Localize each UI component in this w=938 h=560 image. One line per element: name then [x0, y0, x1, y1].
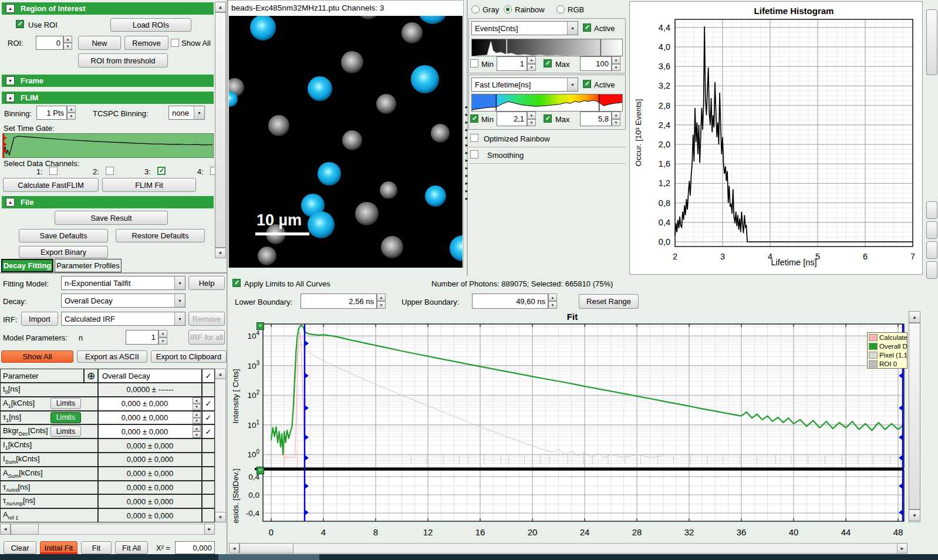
events-max-spinner[interactable]: ▲▼	[612, 56, 620, 71]
limits-button[interactable]: Limits	[50, 398, 81, 409]
irf-remove-button[interactable]: Remove	[188, 312, 225, 326]
param-value-field[interactable]: 0,000 ± 0,000	[98, 424, 202, 438]
collapse-down-icon[interactable]: ▼	[6, 76, 15, 85]
upper-boundary-field[interactable]: 49,60 ns	[472, 294, 548, 309]
param-spinner[interactable]: ▲▼	[193, 411, 201, 424]
section-header-roi[interactable]: ▲ Region of Interest	[2, 2, 214, 15]
lifetime-min-spinner[interactable]: ▲▼	[527, 112, 536, 126]
side-toolbar-button[interactable]	[926, 261, 937, 279]
events-histogram-bar[interactable]	[471, 39, 623, 56]
events-max-checkbox[interactable]	[544, 59, 552, 68]
use-roi-checkbox[interactable]	[16, 20, 24, 28]
column-check-icon[interactable]: ✓	[202, 369, 215, 383]
irf-dropdown[interactable]: Calculated IRF ▼	[61, 312, 185, 326]
side-toolbar-button[interactable]	[926, 221, 937, 239]
tab-decay-fitting[interactable]: Decay Fitting	[1, 259, 53, 272]
panel-expand-icon[interactable]: ▸	[463, 141, 470, 149]
lifetime-active-checkbox[interactable]	[583, 80, 591, 88]
lifetime-min-field[interactable]: 2,1	[497, 112, 527, 126]
section-header-file[interactable]: ▲ File	[2, 196, 214, 208]
dropdown-arrow-icon[interactable]: ▼	[174, 312, 185, 325]
scroll-up-icon[interactable]: ▲	[215, 369, 226, 379]
spin-down-icon[interactable]: ▼	[527, 64, 536, 72]
side-toolbar-button[interactable]	[926, 241, 937, 259]
scrollbar-thumb[interactable]	[909, 323, 920, 510]
panel-expand-icon[interactable]: ▸	[463, 187, 470, 195]
lower-boundary-spinner[interactable]: ▲▼	[377, 294, 386, 309]
channel-2-checkbox[interactable]	[106, 167, 114, 175]
export-clipboard-button[interactable]: Export to Clipboard	[151, 350, 227, 363]
spin-down-icon[interactable]: ▼	[63, 43, 72, 50]
restore-defaults-button[interactable]: Restore Defaults	[116, 229, 205, 242]
help-button[interactable]: Help	[188, 276, 225, 290]
spin-up-icon[interactable]: ▲	[612, 56, 620, 64]
dropdown-arrow-icon[interactable]: ▼	[567, 22, 578, 35]
limits-button[interactable]: Limits	[50, 412, 81, 423]
panel-expand-icon[interactable]: ▸	[463, 195, 470, 203]
dropdown-arrow-icon[interactable]: ▼	[174, 294, 185, 307]
export-ascii-button[interactable]: Export as ASCII	[77, 350, 147, 363]
spin-up-icon[interactable]: ▲	[527, 56, 536, 64]
spin-up-icon[interactable]: ▲	[527, 112, 536, 119]
scroll-down-icon[interactable]: ▼	[215, 512, 226, 522]
scroll-down-icon[interactable]: ▼	[215, 248, 226, 258]
clear-button[interactable]: Clear	[4, 541, 36, 554]
scroll-left-icon[interactable]: ◄	[229, 543, 239, 554]
binning-spinner[interactable]: ▲▼	[67, 106, 76, 120]
fitting-model-dropdown[interactable]: n-Exponential Tailfit ▼	[61, 276, 185, 290]
upper-boundary-spinner[interactable]: ▲▼	[548, 294, 557, 309]
fit-hscrollbar[interactable]	[229, 543, 907, 554]
panel-expand-icon[interactable]: ▸	[463, 180, 470, 187]
spin-up-icon[interactable]: ▲	[612, 112, 620, 119]
collapse-up-icon[interactable]: ▲	[6, 198, 15, 207]
events-min-spinner[interactable]: ▲▼	[527, 56, 536, 71]
spin-up-icon[interactable]: ▲	[63, 36, 72, 43]
irf-for-all-button[interactable]: IRF for all	[188, 330, 225, 345]
param-value-field[interactable]: 0,000 ± 0,000	[98, 411, 202, 425]
param-check-icon[interactable]: ✓	[202, 397, 215, 411]
scroll-left-icon[interactable]: ◄	[0, 524, 11, 535]
panel-arrow-strip[interactable]: ▸▸▸▸▸▸▸▸▸▸▸▸▸	[463, 103, 470, 206]
save-result-button[interactable]: Save Result	[55, 211, 168, 225]
roi-from-threshold-button[interactable]: ROI from threshold	[78, 53, 168, 68]
param-spinner[interactable]: ▲▼	[193, 425, 201, 438]
n-field[interactable]: 1	[126, 330, 158, 345]
section-header-flim[interactable]: ▲ FLIM	[2, 92, 214, 104]
reset-range-button[interactable]: Reset Range	[579, 294, 639, 309]
scrollbar-thumb[interactable]	[239, 543, 293, 554]
load-rois-button[interactable]: Load ROIs	[110, 18, 191, 32]
channel-3-checkbox[interactable]	[157, 167, 166, 175]
scroll-up-icon[interactable]: ▲	[215, 2, 226, 12]
lifetime-max-spinner[interactable]: ▲▼	[612, 112, 620, 126]
param-value-field[interactable]: 0,000 ± 0,000	[98, 397, 202, 411]
events-active-checkbox[interactable]	[583, 23, 591, 32]
table-header-column[interactable]: Overall Decay	[98, 369, 202, 383]
collapse-up-icon[interactable]: ▲	[6, 4, 15, 13]
side-toolbar-button[interactable]	[926, 201, 937, 219]
param-check-icon[interactable]: ✓	[202, 424, 215, 438]
calculate-fastflim-button[interactable]: Calculate FastFLIM	[3, 178, 99, 192]
side-toolbar-button[interactable]	[926, 9, 937, 75]
panel-expand-icon[interactable]: ▸	[463, 126, 470, 134]
spin-up-icon[interactable]: ▲	[67, 106, 76, 113]
spin-down-icon[interactable]: ▼	[377, 301, 386, 309]
optimized-rainbow-checkbox[interactable]	[470, 134, 478, 142]
remove-roi-button[interactable]: Remove	[124, 36, 168, 50]
panel-expand-icon[interactable]: ▸	[463, 134, 470, 141]
n-spinner[interactable]: ▲▼	[158, 330, 167, 345]
plot-handle[interactable]: =	[257, 322, 264, 330]
fit-all-button[interactable]: Fit All	[115, 541, 148, 554]
roi-spinner[interactable]: ▲▼	[63, 36, 72, 50]
lower-boundary-field[interactable]: 2,56 ns	[301, 294, 377, 309]
spin-up-icon[interactable]: ▲	[548, 294, 557, 301]
lifetime-dropdown[interactable]: Fast Lifetime[ns] ▼	[471, 77, 578, 92]
panel-expand-icon[interactable]: ▸	[463, 149, 470, 157]
tab-parameter-profiles[interactable]: Parameter Profiles	[55, 259, 122, 272]
fit-button[interactable]: Fit	[81, 541, 112, 554]
roi-number-field[interactable]: 0	[36, 36, 63, 50]
dropdown-arrow-icon[interactable]: ▼	[174, 276, 185, 289]
show-all-button[interactable]: Show All	[1, 350, 73, 363]
table-scrollbar[interactable]	[215, 369, 226, 522]
panel-expand-icon[interactable]: ▸	[463, 164, 470, 172]
dropdown-arrow-icon[interactable]: ▼	[194, 106, 204, 119]
